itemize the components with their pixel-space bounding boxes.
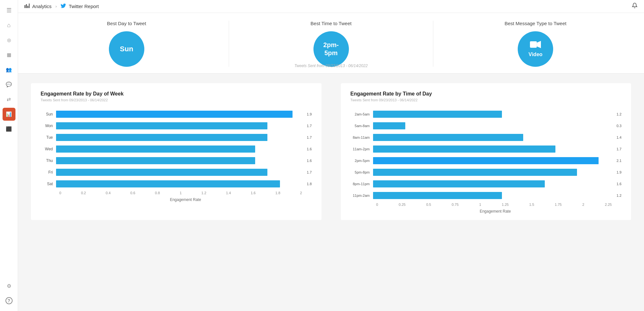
bar-track — [56, 122, 305, 129]
bar-fill — [56, 134, 267, 141]
time-x-axis: 00.250.50.7511.251.51.7522.25 — [351, 203, 622, 206]
bar-fill — [56, 145, 255, 153]
bar-label: Wed — [41, 147, 56, 151]
x-tick: 0.2 — [81, 191, 86, 195]
x-tick: 0 — [376, 203, 378, 206]
bar-fill — [373, 157, 599, 164]
best-day-title: Best Day to Tweet — [107, 21, 146, 26]
bar-track — [56, 134, 305, 141]
bar-fill — [56, 180, 280, 187]
bar-row: 11pm-2am1.2 — [351, 190, 622, 201]
main-content: Analytics › Twitter Report Best Day to T… — [18, 0, 644, 311]
bar-row: Fri1.7 — [41, 166, 312, 178]
sidebar-item-help[interactable]: ? — [3, 294, 15, 307]
day-chart-body: Sun1.9Mon1.7Tue1.7Wed1.6Thu1.6Fri1.7Sat1… — [41, 108, 312, 190]
sidebar-menu-button[interactable]: ☰ — [3, 4, 15, 17]
bar-track — [56, 169, 305, 176]
people-icon: 👥 — [6, 67, 12, 73]
notification-bell-icon[interactable] — [632, 3, 638, 10]
time-of-day-chart: Engagement Rate by Time of Day Tweets Se… — [341, 83, 631, 220]
bar-fill — [373, 134, 524, 141]
x-tick: 1.2 — [201, 191, 206, 195]
twitter-bird-icon — [61, 4, 66, 9]
time-x-axis-label: Engagement Rate — [351, 209, 622, 214]
bar-track — [373, 122, 615, 129]
x-tick: 1.4 — [226, 191, 231, 195]
bar-track — [373, 134, 615, 141]
x-tick: 2 — [300, 191, 302, 195]
x-tick: 2.25 — [605, 203, 611, 206]
x-tick: 2 — [582, 203, 584, 206]
bar-label: Fri — [41, 170, 56, 175]
bar-fill — [56, 169, 267, 176]
bar-row: 11am-2pm1.7 — [351, 143, 622, 155]
bar-value: 1.6 — [307, 147, 312, 151]
analytics-bar-icon — [24, 4, 30, 9]
bar-value: 1.7 — [307, 124, 312, 128]
svg-marker-5 — [537, 41, 541, 48]
x-tick: 0.8 — [155, 191, 160, 195]
x-tick: 0.6 — [130, 191, 135, 195]
bar-value: 1.6 — [307, 159, 312, 163]
box-icon: ⬛ — [6, 126, 12, 132]
sidebar-item-calendar[interactable]: ▦ — [3, 48, 15, 61]
bar-value: 1.7 — [307, 135, 312, 139]
sidebar-item-chat[interactable]: 💬 — [3, 78, 15, 91]
bar-value: 1.2 — [617, 112, 621, 116]
bar-label: 2pm-5pm — [351, 159, 373, 163]
best-day-value: Sun — [120, 45, 133, 53]
svg-rect-1 — [26, 4, 27, 8]
analytics-icon: 📊 — [6, 111, 12, 117]
bar-track — [56, 111, 305, 118]
best-day-circle: Sun — [109, 31, 144, 67]
time-chart-title: Engagement Rate by Time of Day — [351, 91, 622, 97]
x-tick: 1.6 — [251, 191, 255, 195]
x-tick: 1 — [180, 191, 182, 195]
bar-track — [373, 192, 615, 199]
bar-fill — [373, 145, 556, 153]
sidebar-item-home[interactable]: ⌂ — [3, 19, 15, 32]
x-axis-inner: 00.250.50.7511.251.51.7522.25 — [376, 203, 622, 206]
bar-row: 8pm-11pm1.6 — [351, 178, 622, 190]
sidebar-item-box[interactable]: ⬛ — [3, 123, 15, 135]
sidebar-item-target[interactable]: ◎ — [3, 34, 15, 46]
x-axis-inner: 00.20.40.60.811.21.41.61.82 — [59, 191, 312, 195]
bar-row: Mon1.7 — [41, 120, 312, 132]
calendar-icon: ▦ — [7, 52, 11, 58]
divider-2 — [433, 21, 433, 67]
bar-fill — [56, 122, 267, 129]
svg-rect-0 — [24, 5, 25, 8]
sidebar: ☰ ⌂ ◎ ▦ 👥 💬 ⇄ 📊 ⬛ ⚙ ? — [0, 0, 18, 311]
bar-track — [373, 180, 615, 187]
header: Analytics › Twitter Report — [18, 0, 644, 13]
target-icon: ◎ — [7, 37, 11, 43]
bar-track — [373, 157, 615, 164]
charts-section: Engagement Rate by Day of Week Tweets Se… — [18, 74, 644, 230]
svg-rect-2 — [27, 6, 28, 8]
bar-value: 1.7 — [617, 147, 621, 151]
sidebar-item-people[interactable]: 👥 — [3, 63, 15, 76]
bar-label: 11am-2pm — [351, 147, 373, 151]
bar-fill — [373, 180, 545, 187]
bar-row: 5pm-8pm1.9 — [351, 166, 622, 178]
bar-label: Sat — [41, 182, 56, 186]
x-tick: 0 — [59, 191, 61, 195]
bar-value: 1.9 — [307, 112, 312, 116]
best-message-card: Best Message Type to Tweet Video — [440, 21, 631, 67]
bar-row: Sat1.8 — [41, 178, 312, 190]
bar-fill — [373, 111, 502, 118]
bar-value: 2.1 — [617, 159, 621, 163]
sidebar-item-analytics[interactable]: 📊 — [3, 108, 15, 121]
shuffle-icon: ⇄ — [7, 96, 11, 102]
sidebar-item-settings[interactable]: ⚙ — [3, 279, 15, 292]
twitter-report-label: Twitter Report — [69, 4, 99, 9]
sidebar-item-shuffle[interactable]: ⇄ — [3, 93, 15, 106]
content-area: Best Day to Tweet Sun Best Time to Tweet… — [18, 13, 644, 311]
bar-fill — [56, 157, 255, 164]
time-chart-subtitle: Tweets Sent from 09/23/2013 - 06/14/2022 — [351, 98, 622, 102]
bar-fill — [373, 192, 502, 199]
bar-track — [373, 111, 615, 118]
best-time-value: 2pm-5pm — [323, 41, 339, 57]
analytics-label: Analytics — [32, 4, 52, 9]
bar-label: Mon — [41, 124, 56, 128]
